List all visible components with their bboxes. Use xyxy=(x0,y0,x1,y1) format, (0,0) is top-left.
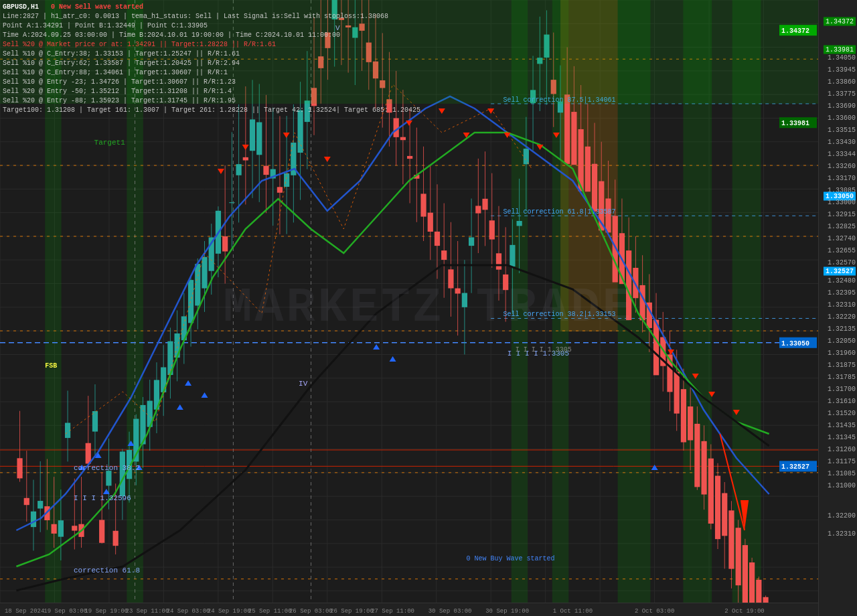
time-label: 26 Sep 19:00 xyxy=(330,608,374,615)
time-label: 24 Sep 19:00 xyxy=(208,608,251,615)
price-label: 1.32135 xyxy=(828,325,856,332)
price-label: 1.31260 xyxy=(828,445,856,453)
price-label: 1.32527 xyxy=(824,267,856,276)
price-label: 1.33981 xyxy=(824,45,856,54)
price-label: 1.32915 xyxy=(828,210,856,218)
price-label: 1.32050 xyxy=(828,337,856,344)
price-label: 1.33170 xyxy=(828,174,856,181)
price-label: 1.34050 xyxy=(828,54,856,61)
price-label: 1.31785 xyxy=(828,373,856,380)
price-label: 1.31175 xyxy=(828,457,856,465)
price-label: 1.33690 xyxy=(828,102,856,109)
price-label: 1.33860 xyxy=(828,78,856,85)
price-label: 1.33600 xyxy=(828,114,856,121)
time-axis: 18 Sep 202419 Sep 03:0019 Sep 19:0023 Se… xyxy=(0,603,818,616)
price-scale: 1.343721.339811.340501.339451.338601.337… xyxy=(818,0,857,616)
time-label: 24 Sep 03:00 xyxy=(167,608,210,615)
time-label: 25 Sep 11:00 xyxy=(248,608,292,615)
price-label: 1.31700 xyxy=(828,385,856,392)
price-label: 1.32480 xyxy=(828,277,856,284)
time-label: 18 Sep 2024 xyxy=(5,608,44,615)
price-label: 1.33344 xyxy=(828,150,856,157)
price-label: 1.32220 xyxy=(828,313,856,320)
price-label: 1.32655 xyxy=(828,246,856,254)
chart-canvas xyxy=(0,0,857,616)
price-label: 1.32395 xyxy=(828,289,856,296)
time-label: 2 Oct 03:00 xyxy=(635,608,674,615)
time-label: 19 Sep 03:00 xyxy=(44,608,87,615)
price-label: 1.31875 xyxy=(828,361,856,368)
price-label: 1.31435 xyxy=(828,421,856,429)
time-label: 27 Sep 11:00 xyxy=(371,608,414,615)
price-label: 1.31960 xyxy=(828,349,856,356)
price-label: 1.31520 xyxy=(828,409,856,416)
price-label: 1.31345 xyxy=(828,433,856,441)
price-label: 1.33260 xyxy=(828,162,856,169)
time-label: 30 Sep 19:00 xyxy=(485,608,529,615)
time-label: 26 Sep 03:00 xyxy=(289,608,333,615)
price-label: 1.31610 xyxy=(828,397,856,404)
time-label: 23 Sep 11:00 xyxy=(126,608,169,615)
chart-container: MARKETZ TRADE GBPUSD,H1 0 New Sell wave … xyxy=(0,0,857,616)
price-label: 1.33430 xyxy=(828,138,856,145)
time-label: 1 Oct 11:00 xyxy=(553,608,593,615)
price-label: 1.32570 xyxy=(828,258,856,266)
price-label: 1.31000 xyxy=(828,481,856,489)
price-label: 1.33945 xyxy=(828,66,856,73)
price-label: 1.33515 xyxy=(828,126,856,133)
price-label: 1.33775 xyxy=(828,90,856,97)
price-label: 1.32310 xyxy=(828,301,856,308)
time-label: 30 Sep 03:00 xyxy=(428,608,472,615)
price-label: 1.32740 xyxy=(828,234,856,242)
price-label: 1.32825 xyxy=(828,222,856,230)
price-label: 1.33000 xyxy=(828,198,856,206)
price-label: 1.34372 xyxy=(824,17,856,25)
time-label: 2 Oct 19:00 xyxy=(724,608,764,615)
time-label: 19 Sep 19:00 xyxy=(84,608,128,615)
price-label: 1.31085 xyxy=(828,469,856,477)
price-label: 1.32310 xyxy=(828,530,856,537)
price-label: 1.32200 xyxy=(828,512,856,519)
